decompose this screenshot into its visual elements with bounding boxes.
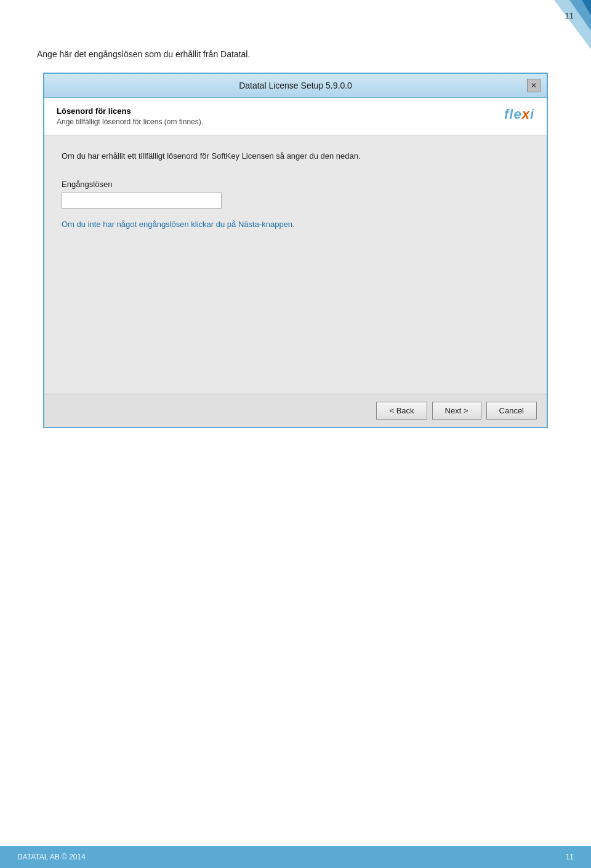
page-number-top: 11 bbox=[565, 11, 574, 20]
engangslosen-input[interactable] bbox=[62, 193, 222, 209]
next-button[interactable]: Next > bbox=[432, 402, 481, 420]
dialog-body: Lösenord för licens Ange tillfälligt lös… bbox=[44, 98, 547, 427]
dialog-footer: < Back Next > Cancel bbox=[44, 394, 547, 427]
engangslosen-label: Engångslösen bbox=[62, 180, 529, 189]
footer-page-number: 11 bbox=[566, 853, 574, 861]
flexi-logo: flexi bbox=[504, 106, 534, 122]
corner-decoration bbox=[536, 0, 591, 49]
dialog-info-text: Om du har erhållit ett tillfälligt lösen… bbox=[62, 150, 529, 162]
dialog-title: Datatal License Setup 5.9.0.0 bbox=[64, 81, 527, 90]
cancel-button[interactable]: Cancel bbox=[486, 402, 537, 420]
dialog-hint-text: Om du inte har något engångslösen klicka… bbox=[62, 220, 529, 229]
footer-left-text: DATATAL AB © 2014 bbox=[17, 853, 86, 861]
dialog-header-text: Lösenord för licens Ange tillfälligt lös… bbox=[57, 106, 492, 126]
flexi-logo-x: x bbox=[522, 106, 530, 122]
page-content: Ange här det engångslösen som du erhålli… bbox=[0, 0, 591, 453]
page-footer: DATATAL AB © 2014 11 bbox=[0, 846, 591, 868]
intro-text: Ange här det engångslösen som du erhålli… bbox=[37, 49, 554, 59]
dialog-titlebar: Datatal License Setup 5.9.0.0 ✕ bbox=[44, 74, 547, 98]
dialog-header-section: Lösenord för licens Ange tillfälligt lös… bbox=[44, 98, 547, 135]
dialog-close-button[interactable]: ✕ bbox=[527, 79, 541, 92]
back-button[interactable]: < Back bbox=[376, 402, 427, 420]
dialog-main-content: Om du har erhållit ett tillfälligt lösen… bbox=[44, 135, 547, 394]
dialog-header-title: Lösenord för licens bbox=[57, 106, 492, 116]
dialog-header-subtitle: Ange tillfälligt lösenord för licens (om… bbox=[57, 117, 492, 126]
dialog-window: Datatal License Setup 5.9.0.0 ✕ Lösenord… bbox=[43, 73, 548, 428]
